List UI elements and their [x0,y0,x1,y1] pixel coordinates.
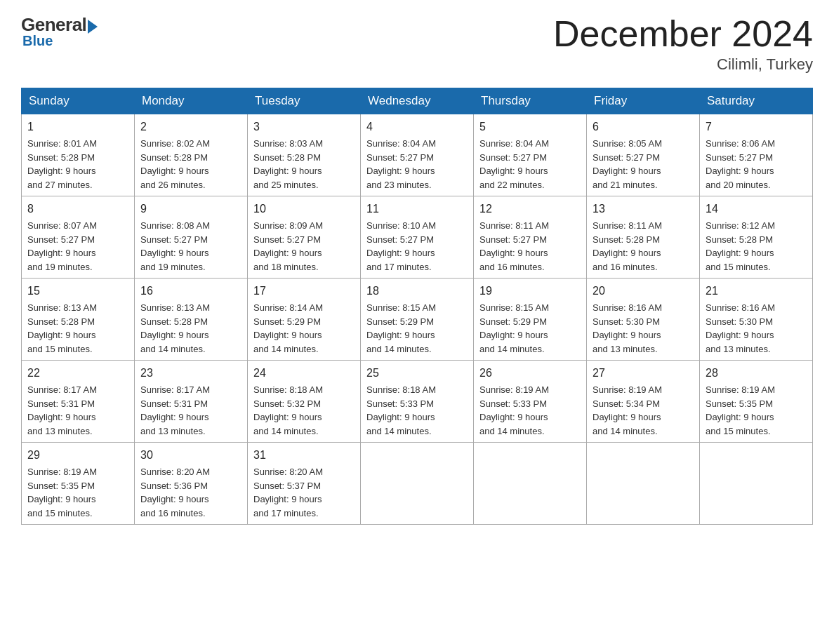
calendar-day-cell: 31Sunrise: 8:20 AM Sunset: 5:37 PM Dayli… [248,443,361,525]
day-number: 18 [366,283,468,300]
calendar-table: SundayMondayTuesdayWednesdayThursdayFrid… [21,88,813,525]
day-info: Sunrise: 8:05 AM Sunset: 5:27 PM Dayligh… [593,137,694,192]
day-number: 16 [140,283,241,300]
calendar-day-cell: 18Sunrise: 8:15 AM Sunset: 5:29 PM Dayli… [361,279,474,361]
day-info: Sunrise: 8:09 AM Sunset: 5:27 PM Dayligh… [253,219,355,274]
day-number: 6 [593,119,694,135]
calendar-day-cell: 12Sunrise: 8:11 AM Sunset: 5:27 PM Dayli… [474,196,587,279]
logo-arrow-icon [88,20,98,34]
day-info: Sunrise: 8:02 AM Sunset: 5:28 PM Dayligh… [140,137,241,192]
day-info: Sunrise: 8:10 AM Sunset: 5:27 PM Dayligh… [366,219,468,274]
day-info: Sunrise: 8:17 AM Sunset: 5:31 PM Dayligh… [140,383,241,438]
weekday-header-thursday: Thursday [474,88,587,114]
calendar-day-cell: 20Sunrise: 8:16 AM Sunset: 5:30 PM Dayli… [587,279,700,361]
day-info: Sunrise: 8:13 AM Sunset: 5:28 PM Dayligh… [140,301,241,356]
day-number: 12 [479,201,581,217]
calendar-day-cell: 15Sunrise: 8:13 AM Sunset: 5:28 PM Dayli… [22,279,135,361]
calendar-day-cell: 5Sunrise: 8:04 AM Sunset: 5:27 PM Daylig… [474,114,587,196]
day-info: Sunrise: 8:19 AM Sunset: 5:35 PM Dayligh… [706,383,807,438]
day-info: Sunrise: 8:18 AM Sunset: 5:33 PM Dayligh… [366,383,468,438]
empty-cell [474,443,587,525]
calendar-day-cell: 23Sunrise: 8:17 AM Sunset: 5:31 PM Dayli… [135,361,248,443]
calendar-day-cell: 26Sunrise: 8:19 AM Sunset: 5:33 PM Dayli… [474,361,587,443]
empty-cell [700,443,813,525]
day-number: 4 [366,119,468,135]
calendar-week-row: 15Sunrise: 8:13 AM Sunset: 5:28 PM Dayli… [22,279,813,361]
day-number: 30 [140,447,241,464]
day-info: Sunrise: 8:11 AM Sunset: 5:28 PM Dayligh… [593,219,694,274]
day-number: 27 [593,365,694,382]
day-number: 8 [27,201,128,217]
calendar-day-cell: 7Sunrise: 8:06 AM Sunset: 5:27 PM Daylig… [700,114,813,196]
day-number: 15 [27,283,128,300]
calendar-day-cell: 25Sunrise: 8:18 AM Sunset: 5:33 PM Dayli… [361,361,474,443]
day-info: Sunrise: 8:12 AM Sunset: 5:28 PM Dayligh… [706,219,807,274]
day-number: 23 [140,365,241,382]
day-info: Sunrise: 8:04 AM Sunset: 5:27 PM Dayligh… [479,137,581,192]
day-info: Sunrise: 8:20 AM Sunset: 5:36 PM Dayligh… [140,465,241,520]
day-info: Sunrise: 8:19 AM Sunset: 5:34 PM Dayligh… [593,383,694,438]
day-info: Sunrise: 8:07 AM Sunset: 5:27 PM Dayligh… [27,219,128,274]
calendar-day-cell: 13Sunrise: 8:11 AM Sunset: 5:28 PM Dayli… [587,196,700,279]
day-number: 9 [140,201,241,217]
weekday-header-tuesday: Tuesday [248,88,361,114]
month-title: December 2024 [553,14,813,54]
empty-cell [587,443,700,525]
weekday-header-monday: Monday [135,88,248,114]
logo: General Blue [21,14,98,49]
weekday-header-sunday: Sunday [22,88,135,114]
day-info: Sunrise: 8:16 AM Sunset: 5:30 PM Dayligh… [706,301,807,356]
day-number: 22 [27,365,128,382]
day-info: Sunrise: 8:08 AM Sunset: 5:27 PM Dayligh… [140,219,241,274]
day-info: Sunrise: 8:04 AM Sunset: 5:27 PM Dayligh… [366,137,468,192]
day-number: 1 [27,119,128,135]
day-info: Sunrise: 8:15 AM Sunset: 5:29 PM Dayligh… [479,301,581,356]
calendar-day-cell: 16Sunrise: 8:13 AM Sunset: 5:28 PM Dayli… [135,279,248,361]
calendar-day-cell: 6Sunrise: 8:05 AM Sunset: 5:27 PM Daylig… [587,114,700,196]
day-number: 2 [140,119,241,135]
day-info: Sunrise: 8:20 AM Sunset: 5:37 PM Dayligh… [253,465,355,520]
day-number: 21 [706,283,807,300]
day-info: Sunrise: 8:15 AM Sunset: 5:29 PM Dayligh… [366,301,468,356]
calendar-day-cell: 19Sunrise: 8:15 AM Sunset: 5:29 PM Dayli… [474,279,587,361]
day-number: 10 [253,201,355,217]
calendar-day-cell: 2Sunrise: 8:02 AM Sunset: 5:28 PM Daylig… [135,114,248,196]
calendar-week-row: 8Sunrise: 8:07 AM Sunset: 5:27 PM Daylig… [22,196,813,279]
day-number: 24 [253,365,355,382]
calendar-day-cell: 4Sunrise: 8:04 AM Sunset: 5:27 PM Daylig… [361,114,474,196]
day-info: Sunrise: 8:19 AM Sunset: 5:33 PM Dayligh… [479,383,581,438]
calendar-week-row: 29Sunrise: 8:19 AM Sunset: 5:35 PM Dayli… [22,443,813,525]
calendar-day-cell: 24Sunrise: 8:18 AM Sunset: 5:32 PM Dayli… [248,361,361,443]
calendar-day-cell: 30Sunrise: 8:20 AM Sunset: 5:36 PM Dayli… [135,443,248,525]
day-number: 26 [479,365,581,382]
calendar-day-cell: 8Sunrise: 8:07 AM Sunset: 5:27 PM Daylig… [22,196,135,279]
page-header: General Blue December 2024 Cilimli, Turk… [21,14,813,74]
calendar-week-row: 22Sunrise: 8:17 AM Sunset: 5:31 PM Dayli… [22,361,813,443]
calendar-day-cell: 9Sunrise: 8:08 AM Sunset: 5:27 PM Daylig… [135,196,248,279]
day-number: 29 [27,447,128,464]
logo-blue-text: Blue [22,33,53,49]
day-number: 7 [706,119,807,135]
calendar-week-row: 1Sunrise: 8:01 AM Sunset: 5:28 PM Daylig… [22,114,813,196]
day-number: 20 [593,283,694,300]
day-number: 5 [479,119,581,135]
day-number: 31 [253,447,355,464]
day-info: Sunrise: 8:16 AM Sunset: 5:30 PM Dayligh… [593,301,694,356]
day-number: 19 [479,283,581,300]
calendar-day-cell: 11Sunrise: 8:10 AM Sunset: 5:27 PM Dayli… [361,196,474,279]
calendar-day-cell: 22Sunrise: 8:17 AM Sunset: 5:31 PM Dayli… [22,361,135,443]
day-info: Sunrise: 8:06 AM Sunset: 5:27 PM Dayligh… [706,137,807,192]
empty-cell [361,443,474,525]
day-info: Sunrise: 8:13 AM Sunset: 5:28 PM Dayligh… [27,301,128,356]
day-info: Sunrise: 8:03 AM Sunset: 5:28 PM Dayligh… [253,137,355,192]
day-number: 14 [706,201,807,217]
calendar-day-cell: 28Sunrise: 8:19 AM Sunset: 5:35 PM Dayli… [700,361,813,443]
calendar-day-cell: 3Sunrise: 8:03 AM Sunset: 5:28 PM Daylig… [248,114,361,196]
day-info: Sunrise: 8:17 AM Sunset: 5:31 PM Dayligh… [27,383,128,438]
day-number: 17 [253,283,355,300]
location-title: Cilimli, Turkey [553,55,813,74]
calendar-day-cell: 10Sunrise: 8:09 AM Sunset: 5:27 PM Dayli… [248,196,361,279]
weekday-header-friday: Friday [587,88,700,114]
calendar-day-cell: 1Sunrise: 8:01 AM Sunset: 5:28 PM Daylig… [22,114,135,196]
calendar-day-cell: 17Sunrise: 8:14 AM Sunset: 5:29 PM Dayli… [248,279,361,361]
